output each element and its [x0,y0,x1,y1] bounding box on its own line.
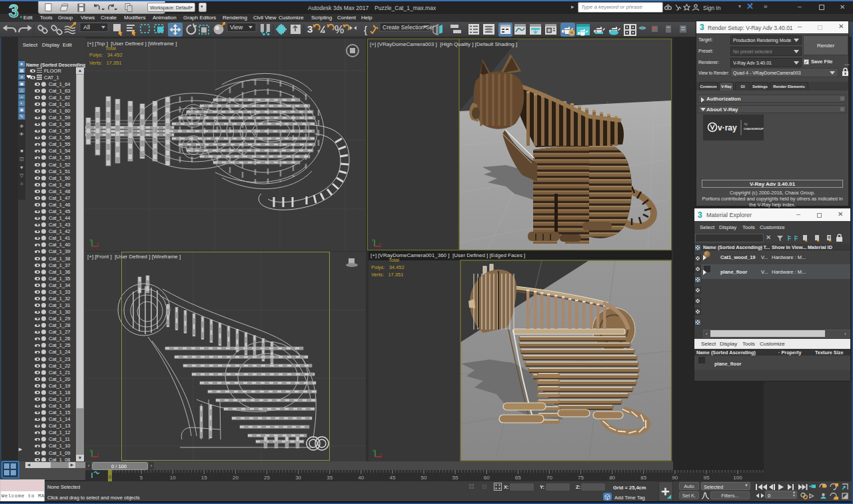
svg-text:90: 90 [672,475,678,481]
svg-text:85: 85 [640,475,646,481]
svg-text:70: 70 [546,475,552,481]
svg-text:45: 45 [389,475,395,481]
svg-text:0: 0 [109,474,112,480]
svg-text:10: 10 [170,475,176,481]
svg-text:y: y [373,448,375,452]
svg-text:View: View [230,24,243,31]
svg-text:y: y [89,448,91,452]
svg-text:15: 15 [201,475,207,481]
svg-text:55: 55 [452,475,458,481]
svg-text:75: 75 [578,475,584,481]
svg-text:x: x [97,452,99,456]
svg-text:35: 35 [327,475,333,481]
svg-text:60: 60 [484,475,490,481]
svg-text:CHAOSGROUP: CHAOSGROUP [744,127,764,130]
svg-text:▾: ▾ [20,15,23,19]
svg-text:v·ray: v·ray [718,123,737,132]
svg-text:Create Selection Set: Create Selection Set [383,24,435,31]
svg-text:%: % [335,24,344,35]
svg-text:y: y [372,238,374,242]
svg-text:25: 25 [264,475,270,481]
svg-text:40: 40 [358,475,364,481]
svg-text:All: All [83,24,90,31]
svg-text:x: x [380,452,382,456]
svg-text:80: 80 [609,475,615,481]
svg-text:x: x [379,242,381,246]
svg-text:3: 3 [9,1,19,20]
svg-text:5: 5 [140,475,143,481]
svg-text:{: { [364,24,367,35]
svg-text:x: x [97,242,99,246]
svg-text:50: 50 [421,475,427,481]
svg-text:20: 20 [233,475,239,481]
svg-text:3: 3 [307,23,313,35]
svg-text:y: y [89,238,91,242]
svg-text:95: 95 [703,475,709,481]
svg-text:by: by [744,123,748,126]
svg-text:65: 65 [515,475,521,481]
svg-text:100: 100 [733,475,742,481]
svg-text:30: 30 [295,475,301,481]
